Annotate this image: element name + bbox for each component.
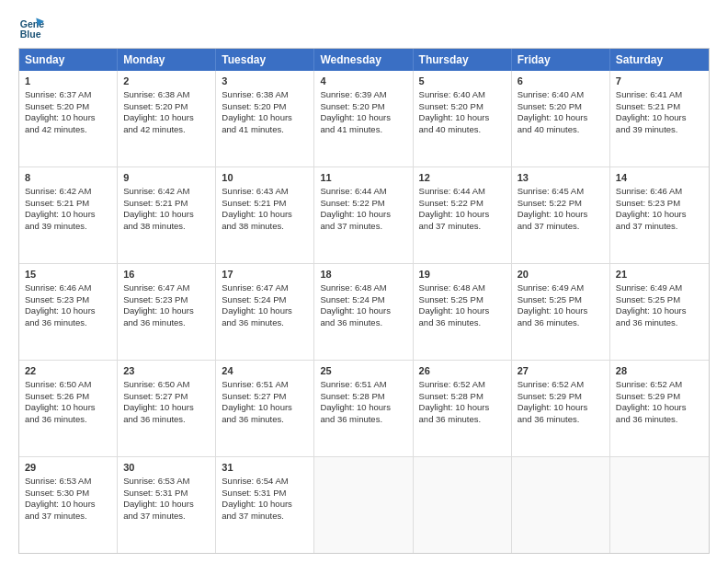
day-info: Sunset: 5:26 PM: [25, 391, 111, 403]
day-info: and 37 minutes.: [320, 221, 406, 233]
day-info: Daylight: 10 hours: [518, 305, 604, 317]
day-info: Daylight: 10 hours: [222, 499, 308, 511]
calendar-row-1: 1Sunrise: 6:37 AMSunset: 5:20 PMDaylight…: [19, 71, 709, 167]
day-info: and 37 minutes.: [25, 511, 111, 523]
day-info: Sunrise: 6:45 AM: [518, 186, 604, 198]
day-info: Sunrise: 6:48 AM: [419, 282, 506, 294]
day-info: Sunrise: 6:52 AM: [518, 379, 604, 391]
empty-cell: [314, 457, 413, 553]
day-cell-11: 11Sunrise: 6:44 AMSunset: 5:22 PMDayligh…: [314, 167, 413, 263]
header-cell-tuesday: Tuesday: [216, 49, 314, 71]
day-info: Daylight: 10 hours: [123, 112, 210, 124]
day-info: Sunrise: 6:40 AM: [518, 89, 604, 101]
calendar-row-3: 15Sunrise: 6:46 AMSunset: 5:23 PMDayligh…: [19, 263, 709, 360]
day-cell-17: 17Sunrise: 6:47 AMSunset: 5:24 PMDayligh…: [216, 264, 314, 360]
day-info: Sunrise: 6:54 AM: [222, 476, 308, 488]
header-cell-saturday: Saturday: [610, 49, 709, 71]
day-cell-31: 31Sunrise: 6:54 AMSunset: 5:31 PMDayligh…: [216, 457, 314, 553]
day-info: Sunset: 5:28 PM: [320, 391, 406, 403]
day-info: Daylight: 10 hours: [616, 402, 703, 414]
day-info: Sunrise: 6:53 AM: [25, 476, 111, 488]
day-cell-22: 22Sunrise: 6:50 AMSunset: 5:26 PMDayligh…: [19, 361, 118, 456]
day-number: 21: [616, 268, 703, 282]
header-cell-wednesday: Wednesday: [314, 49, 413, 71]
day-cell-24: 24Sunrise: 6:51 AMSunset: 5:27 PMDayligh…: [216, 361, 314, 456]
calendar-row-2: 8Sunrise: 6:42 AMSunset: 5:21 PMDaylight…: [19, 167, 709, 263]
day-info: Sunset: 5:21 PM: [616, 101, 703, 113]
day-number: 15: [25, 268, 111, 282]
header-cell-sunday: Sunday: [19, 49, 118, 71]
day-info: Daylight: 10 hours: [518, 402, 604, 414]
day-cell-4: 4Sunrise: 6:39 AMSunset: 5:20 PMDaylight…: [314, 71, 413, 167]
day-info: Sunrise: 6:42 AM: [25, 186, 111, 198]
day-info: Sunset: 5:30 PM: [25, 488, 111, 500]
day-info: Sunset: 5:21 PM: [123, 198, 210, 210]
svg-text:Blue: Blue: [20, 29, 41, 40]
day-info: Daylight: 10 hours: [320, 402, 406, 414]
day-info: Daylight: 10 hours: [616, 209, 703, 221]
day-info: and 36 minutes.: [123, 414, 210, 426]
day-info: Sunset: 5:24 PM: [320, 294, 406, 306]
day-info: Sunrise: 6:48 AM: [320, 282, 406, 294]
header: General Blue: [18, 15, 710, 40]
day-info: Sunset: 5:20 PM: [123, 101, 210, 113]
day-info: and 36 minutes.: [518, 317, 604, 329]
day-info: Sunset: 5:25 PM: [419, 294, 506, 306]
day-info: Sunrise: 6:37 AM: [25, 89, 111, 101]
day-info: Sunrise: 6:46 AM: [25, 282, 111, 294]
day-info: and 36 minutes.: [320, 317, 406, 329]
day-cell-1: 1Sunrise: 6:37 AMSunset: 5:20 PMDaylight…: [19, 71, 118, 167]
day-info: and 39 minutes.: [616, 124, 703, 136]
day-info: Sunset: 5:21 PM: [25, 198, 111, 210]
logo-icon: General Blue: [18, 15, 44, 40]
day-info: and 36 minutes.: [222, 414, 308, 426]
day-info: Sunrise: 6:39 AM: [320, 89, 406, 101]
day-info: and 36 minutes.: [419, 414, 506, 426]
day-number: 10: [222, 171, 308, 185]
day-info: Sunrise: 6:42 AM: [123, 186, 210, 198]
day-info: Sunset: 5:23 PM: [25, 294, 111, 306]
day-number: 14: [616, 171, 703, 185]
day-cell-8: 8Sunrise: 6:42 AMSunset: 5:21 PMDaylight…: [19, 167, 118, 263]
day-cell-2: 2Sunrise: 6:38 AMSunset: 5:20 PMDaylight…: [118, 71, 216, 167]
day-info: Sunset: 5:20 PM: [25, 101, 111, 113]
day-number: 17: [222, 268, 308, 282]
day-info: and 36 minutes.: [518, 414, 604, 426]
header-cell-monday: Monday: [118, 49, 216, 71]
day-cell-20: 20Sunrise: 6:49 AMSunset: 5:25 PMDayligh…: [512, 264, 610, 360]
day-cell-14: 14Sunrise: 6:46 AMSunset: 5:23 PMDayligh…: [610, 167, 709, 263]
calendar-row-4: 22Sunrise: 6:50 AMSunset: 5:26 PMDayligh…: [19, 360, 709, 456]
day-info: Sunset: 5:29 PM: [616, 391, 703, 403]
day-info: Sunrise: 6:53 AM: [123, 476, 210, 488]
day-info: and 36 minutes.: [222, 317, 308, 329]
calendar-row-5: 29Sunrise: 6:53 AMSunset: 5:30 PMDayligh…: [19, 456, 709, 553]
day-number: 4: [320, 75, 406, 88]
day-info: Sunset: 5:31 PM: [222, 488, 308, 500]
day-info: and 42 minutes.: [25, 124, 111, 136]
page: General Blue SundayMondayTuesdayWednesda…: [0, 0, 728, 563]
logo: General Blue: [18, 15, 48, 40]
day-info: and 38 minutes.: [222, 221, 308, 233]
day-info: Sunrise: 6:47 AM: [222, 282, 308, 294]
day-info: and 36 minutes.: [123, 317, 210, 329]
day-cell-9: 9Sunrise: 6:42 AMSunset: 5:21 PMDaylight…: [118, 167, 216, 263]
day-info: and 36 minutes.: [616, 317, 703, 329]
day-info: Daylight: 10 hours: [25, 499, 111, 511]
day-info: Sunrise: 6:49 AM: [518, 282, 604, 294]
day-info: Sunrise: 6:49 AM: [616, 282, 703, 294]
day-cell-18: 18Sunrise: 6:48 AMSunset: 5:24 PMDayligh…: [314, 264, 413, 360]
day-info: Daylight: 10 hours: [25, 402, 111, 414]
day-number: 27: [518, 364, 604, 378]
day-info: Sunrise: 6:50 AM: [123, 379, 210, 391]
day-info: Sunset: 5:20 PM: [518, 101, 604, 113]
day-cell-10: 10Sunrise: 6:43 AMSunset: 5:21 PMDayligh…: [216, 167, 314, 263]
day-number: 9: [123, 171, 210, 185]
day-info: Sunrise: 6:38 AM: [123, 89, 210, 101]
calendar-header: SundayMondayTuesdayWednesdayThursdayFrid…: [19, 49, 709, 71]
day-cell-5: 5Sunrise: 6:40 AMSunset: 5:20 PMDaylight…: [414, 71, 512, 167]
day-cell-26: 26Sunrise: 6:52 AMSunset: 5:28 PMDayligh…: [414, 361, 512, 456]
day-info: Daylight: 10 hours: [123, 305, 210, 317]
day-number: 22: [25, 364, 111, 378]
day-number: 30: [123, 461, 210, 475]
day-number: 6: [518, 75, 604, 88]
